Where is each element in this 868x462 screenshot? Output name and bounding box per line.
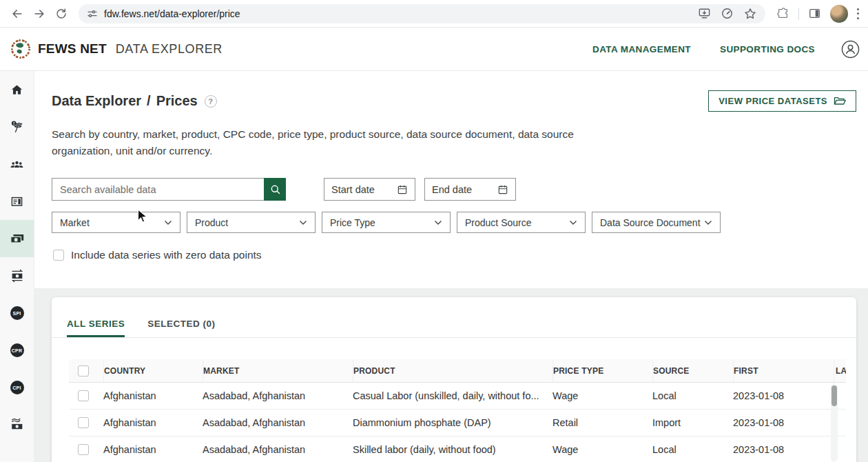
column-header-source[interactable]: SOURCE [652,359,733,382]
brand-name: FEWS NET [38,41,107,57]
breadcrumb-root[interactable]: Data Explorer [52,93,141,109]
people-icon [10,157,24,172]
search-field-group [52,178,286,201]
end-date-field[interactable]: End date [424,178,516,201]
results-card: ALL SERIES SELECTED (0) COUNTRY MARKET P… [52,297,856,462]
row-checkbox[interactable] [78,390,89,401]
table-row[interactable]: Afghanistan Asadabad, Afghanistan Diammo… [69,410,846,436]
price-type-filter-label: Price Type [330,217,375,228]
tab-selected[interactable]: SELECTED (0) [147,319,215,337]
top-navigation: DATA MANAGEMENT SUPPORTING DOCS [592,44,815,54]
site-info-icon[interactable] [87,8,98,19]
price-type-filter-dropdown[interactable]: Price Type [322,212,451,233]
app-header: FEWS NET DATA EXPLORER DATA MANAGEMENT S… [0,28,868,71]
sidebar-item-market-datasets[interactable] [0,183,34,220]
row-checkbox[interactable] [78,444,89,455]
cell-first: 2023-01-08 [733,383,834,409]
crop-alert-icon [10,120,24,134]
product-source-filter-label: Product Source [465,217,532,228]
product-filter-label: Product [195,217,228,228]
fews-net-logo[interactable]: FEWS NET DATA EXPLORER [10,38,223,60]
column-header-first[interactable]: FIRST [733,359,834,382]
cell-product: Skilled labor (daily, without food) [353,436,552,462]
performance-icon[interactable] [721,7,734,20]
column-header-price-type[interactable]: PRICE TYPE [552,359,652,382]
browser-refresh-button[interactable] [51,3,72,24]
zero-data-checkbox[interactable] [53,250,64,261]
help-icon[interactable]: ? [205,95,217,108]
left-sidebar: SPI CPR CPI [0,71,34,462]
cell-market: Asadabad, Afghanistan [203,436,353,462]
cell-price-type: Wage [552,383,652,409]
product-filter-dropdown[interactable]: Product [187,212,316,233]
column-header-last[interactable]: LAST [834,359,846,382]
browser-back-button[interactable] [7,3,28,24]
column-header-product[interactable]: PRODUCT [353,359,552,382]
refresh-icon [55,8,68,20]
banknote-icon [10,231,25,246]
sidebar-item-grain-prices[interactable] [0,406,34,443]
product-source-filter-dropdown[interactable]: Product Source [457,212,586,233]
account-button[interactable] [841,40,860,59]
side-panel-icon[interactable] [808,7,821,20]
column-header-country[interactable]: COUNTRY [103,359,203,382]
bookmark-star-icon[interactable] [743,7,757,21]
address-bar[interactable]: fdw.fews.net/data-explorer/price [79,4,765,23]
grain-banknote-icon [10,417,25,432]
open-folder-icon [834,96,846,106]
start-date-label: Start date [331,184,375,195]
cell-first: 2023-01-08 [733,410,834,436]
home-icon [10,83,23,97]
chevron-down-icon [569,220,577,225]
price-board-icon [10,195,23,208]
select-all-checkbox[interactable] [78,365,89,376]
table-row[interactable]: Afghanistan Asadabad, Afghanistan Skille… [69,436,846,462]
calendar-icon [497,184,508,195]
browser-profile-avatar[interactable] [830,5,848,23]
install-app-icon[interactable] [698,7,711,20]
table-scrollbar[interactable] [831,384,838,461]
cell-market: Asadabad, Afghanistan [203,410,353,436]
chevron-down-icon [704,220,712,225]
table-scrollbar-thumb[interactable] [831,385,837,406]
sidebar-item-population[interactable] [0,145,34,183]
sidebar-item-more[interactable] [0,443,34,462]
money-exchange-icon [10,268,25,283]
sidebar-item-home[interactable] [0,71,34,108]
cell-country: Afghanistan [103,383,203,409]
cpr-badge-icon: CPR [10,343,24,357]
market-filter-dropdown[interactable]: Market [52,212,180,233]
extensions-icon[interactable] [776,7,789,20]
tab-all-series[interactable]: ALL SERIES [67,319,125,337]
sidebar-item-cpi[interactable]: CPI [0,369,34,406]
sidebar-item-exchange-rates[interactable] [0,257,34,294]
row-checkbox[interactable] [78,417,89,428]
cell-country: Afghanistan [103,436,203,462]
data-source-document-filter-dropdown[interactable]: Data Source Document [592,212,721,233]
view-price-datasets-button[interactable]: VIEW PRICE DATASETS [708,90,856,112]
market-filter-label: Market [60,217,90,228]
url-text[interactable]: fdw.fews.net/data-explorer/price [104,8,698,19]
sidebar-item-crop-conditions[interactable] [0,108,34,145]
table-row[interactable]: Afghanistan Asadabad, Afghanistan Casual… [69,383,846,410]
sidebar-item-spi[interactable]: SPI [0,294,34,332]
cell-country: Afghanistan [103,410,203,436]
sidebar-item-prices[interactable] [0,220,34,257]
data-source-document-filter-label: Data Source Document [600,217,701,228]
search-input[interactable] [52,178,264,201]
series-table: COUNTRY MARKET PRODUCT PRICE TYPE SOURCE… [69,359,846,462]
chevron-down-icon [299,220,307,225]
nav-supporting-docs[interactable]: SUPPORTING DOCS [720,44,815,54]
cpi-badge-icon: CPI [10,381,24,394]
sidebar-item-cpr[interactable]: CPR [0,332,34,369]
nav-data-management[interactable]: DATA MANAGEMENT [592,44,691,54]
browser-forward-button[interactable] [29,3,50,24]
cell-source: Import [652,410,733,436]
search-button[interactable] [264,178,286,201]
calendar-icon [397,184,408,195]
start-date-field[interactable]: Start date [324,178,415,201]
cell-price-type: Retail [552,410,652,436]
breadcrumb-separator: / [147,93,151,109]
column-header-market[interactable]: MARKET [203,359,353,382]
browser-menu-icon[interactable] [857,8,860,19]
